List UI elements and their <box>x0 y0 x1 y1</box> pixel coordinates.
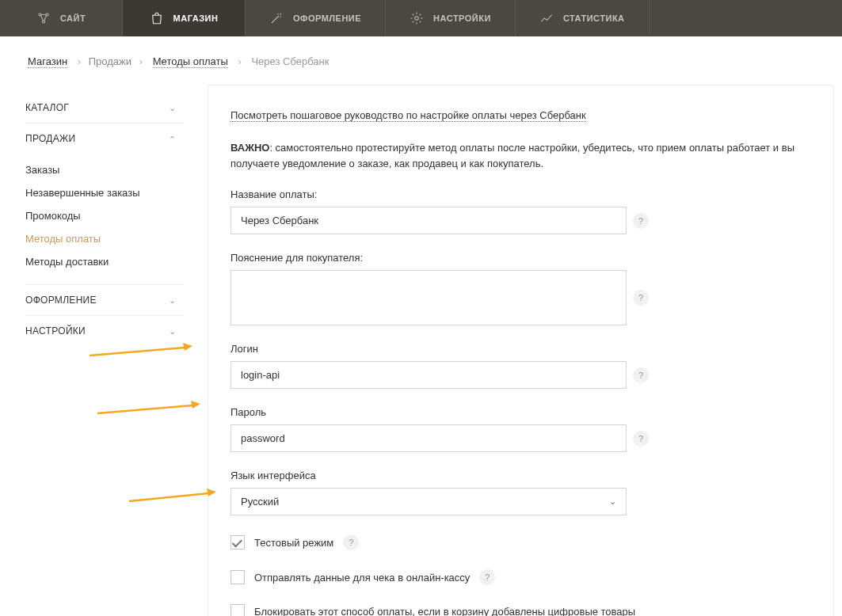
block-digital-label: Блокировать этот способ оплаты, если в к… <box>254 606 635 617</box>
help-icon[interactable]: ? <box>633 431 649 447</box>
breadcrumb-current: Через Сбербанк <box>251 55 329 67</box>
svg-line-8 <box>129 493 208 501</box>
nav-site[interactable]: САЙТ <box>0 0 123 36</box>
nav-site-label: САЙТ <box>60 13 86 23</box>
chevron-right-icon: › <box>78 55 81 67</box>
password-input[interactable] <box>231 424 627 452</box>
buyer-desc-input[interactable] <box>231 270 627 325</box>
nav-stats[interactable]: СТАТИСТИКА <box>516 0 650 36</box>
block-digital-checkbox[interactable] <box>231 604 245 616</box>
svg-point-3 <box>415 17 419 21</box>
bag-icon <box>150 11 164 25</box>
sidebar-catalog-label: КАТАЛОГ <box>25 102 69 113</box>
svg-point-2 <box>42 21 44 23</box>
chevron-down-icon: ⌄ <box>169 103 176 113</box>
annotation-arrow <box>121 489 224 504</box>
payment-name-input[interactable] <box>231 207 627 234</box>
sidebar-item-payment-methods[interactable]: Методы оплаты <box>25 227 184 250</box>
svg-marker-9 <box>207 489 216 496</box>
important-label: ВАЖНО <box>231 142 269 154</box>
language-label: Язык интерфейса <box>231 470 811 481</box>
help-icon[interactable]: ? <box>633 290 649 306</box>
test-mode-label: Тестовый режим <box>254 537 333 549</box>
main-panel: Посмотреть пошаговое руководство по наст… <box>208 85 834 616</box>
site-icon <box>36 11 51 25</box>
help-icon[interactable]: ? <box>633 213 649 229</box>
nav-design-label: ОФОРМЛЕНИЕ <box>293 13 361 23</box>
nav-design[interactable]: ОФОРМЛЕНИЕ <box>246 0 386 36</box>
sidebar-sales-label: ПРОДАЖИ <box>25 133 75 144</box>
important-text: : самостоятельно протестируйте метод опл… <box>231 142 794 169</box>
sidebar-sales[interactable]: ПРОДАЖИ ⌄ <box>25 124 184 154</box>
login-input[interactable] <box>231 361 627 389</box>
nav-shop-label: МАГАЗИН <box>173 13 219 23</box>
wand-icon <box>269 11 284 25</box>
sidebar-settings-label: НАСТРОЙКИ <box>25 325 86 337</box>
sidebar-item-orders[interactable]: Заказы <box>25 158 184 181</box>
sidebar-item-promo[interactable]: Промокоды <box>25 204 184 227</box>
sidebar-design[interactable]: ОФОРМЛЕНИЕ ⌄ <box>25 285 184 316</box>
help-icon[interactable]: ? <box>633 367 649 383</box>
guide-link[interactable]: Посмотреть пошаговое руководство по наст… <box>231 109 586 122</box>
sidebar: КАТАЛОГ ⌄ ПРОДАЖИ ⌄ Заказы Незавершенные… <box>25 85 184 346</box>
nav-settings[interactable]: НАСТРОЙКИ <box>386 0 516 36</box>
buyer-desc-label: Пояснение для покупателя: <box>231 252 811 264</box>
important-note: ВАЖНО: самостоятельно протестируйте мето… <box>231 140 811 171</box>
sidebar-item-pending[interactable]: Незавершенные заказы <box>25 181 184 204</box>
sidebar-settings[interactable]: НАСТРОЙКИ ⌄ <box>25 316 184 346</box>
send-receipt-label: Отправлять данные для чека в онлайн-касс… <box>254 572 470 584</box>
language-select[interactable]: Русский ⌄ <box>231 488 627 515</box>
chevron-right-icon: › <box>238 55 241 67</box>
svg-line-6 <box>97 405 192 413</box>
svg-point-1 <box>46 13 48 16</box>
svg-marker-5 <box>183 343 192 351</box>
help-icon[interactable]: ? <box>479 569 495 585</box>
chevron-down-icon: ⌄ <box>609 496 616 507</box>
nav-shop[interactable]: МАГАЗИН <box>123 0 246 36</box>
nav-settings-label: НАСТРОЙКИ <box>433 13 491 23</box>
help-icon[interactable]: ? <box>343 534 359 550</box>
send-receipt-checkbox[interactable] <box>231 570 245 584</box>
breadcrumb-sales: Продажи <box>89 55 131 67</box>
breadcrumb-shop[interactable]: Магазин <box>28 55 67 68</box>
test-mode-checkbox[interactable] <box>231 535 245 549</box>
chevron-up-icon: ⌄ <box>169 134 176 144</box>
chevron-right-icon: › <box>139 55 143 67</box>
nav-stats-label: СТАТИСТИКА <box>563 13 625 23</box>
sidebar-design-label: ОФОРМЛЕНИЕ <box>25 295 97 306</box>
sidebar-catalog[interactable]: КАТАЛОГ ⌄ <box>25 93 184 124</box>
language-value: Русский <box>241 496 279 508</box>
breadcrumb-methods[interactable]: Методы оплаты <box>153 55 228 68</box>
stats-icon <box>539 11 554 25</box>
payment-name-label: Название оплаты: <box>231 188 811 200</box>
top-nav: САЙТ МАГАЗИН ОФОРМЛЕНИЕ НАСТРОЙКИ СТАТИС… <box>0 0 842 36</box>
login-label: Логин <box>231 343 811 355</box>
chevron-down-icon: ⌄ <box>169 326 176 337</box>
sidebar-item-delivery[interactable]: Методы доставки <box>25 250 184 273</box>
svg-line-4 <box>90 348 185 356</box>
gear-icon <box>410 11 424 25</box>
password-label: Пароль <box>231 406 811 418</box>
svg-marker-7 <box>191 401 200 409</box>
breadcrumb: Магазин › Продажи › Методы оплаты › Чере… <box>0 36 842 77</box>
annotation-arrow <box>97 401 200 416</box>
svg-point-0 <box>39 13 41 16</box>
chevron-down-icon: ⌄ <box>169 295 176 306</box>
